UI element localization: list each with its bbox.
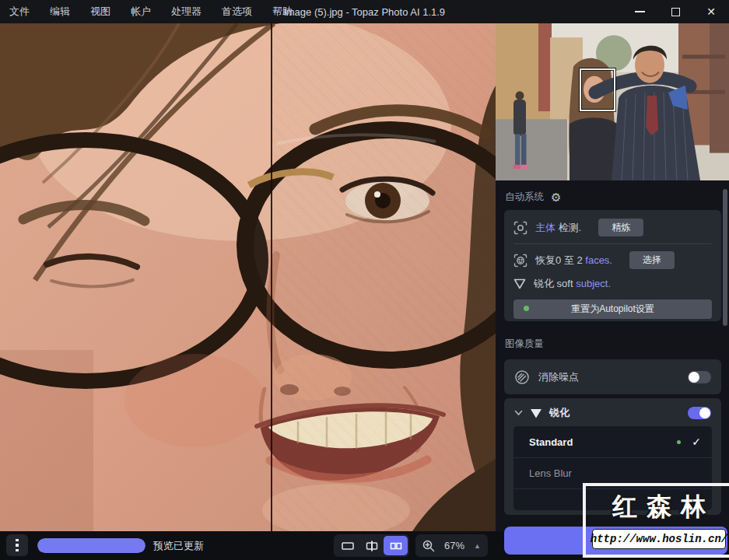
model-option-standard[interactable]: Standard ✓	[513, 426, 712, 457]
subject-detect-row: 主体 检测. 精炼	[513, 219, 712, 236]
menu-help[interactable]: 帮助	[272, 5, 293, 19]
sharpen-header-row: 锐化	[504, 398, 721, 425]
chevron-down-icon[interactable]	[514, 410, 523, 416]
face-detect-icon	[513, 254, 527, 268]
faces-link[interactable]: faces.	[585, 254, 612, 266]
faces-row: 恢复0 至 2 faces. 选择	[513, 251, 712, 269]
watermark-title: 红森林	[586, 490, 729, 524]
titlebar: 文件 编辑 视图 帐户 处理器 首选项 帮助 image (5).jpg - T…	[0, 0, 729, 23]
zoom-control[interactable]: 67% ▲	[415, 534, 488, 557]
status-dot-icon	[524, 306, 529, 311]
autopilot-card: 主体 检测. 精炼 恢复0 至 2 faces. 选择 锐化 soft subj…	[504, 210, 721, 321]
menubar: 文件 编辑 视图 帐户 处理器 首选项 帮助	[0, 5, 293, 19]
side-by-side-icon	[388, 540, 404, 552]
zoom-dropdown-icon[interactable]: ▲	[474, 542, 481, 550]
gear-icon[interactable]: ⚙	[551, 191, 561, 203]
denoise-label: 消除噪点	[538, 370, 679, 384]
watermark-box: 红森林 http://www.hoslin.cn/	[583, 483, 729, 558]
single-view-icon	[340, 540, 356, 552]
subject-link[interactable]: 主体	[535, 222, 556, 233]
minimize-icon	[635, 11, 645, 12]
zoom-level-value: 67%	[441, 540, 468, 551]
autopilot-header: 自动系统	[505, 191, 544, 204]
zoom-magnifier-icon	[422, 540, 435, 552]
denoise-card: 消除噪点	[504, 359, 721, 394]
toggle-knob	[689, 372, 699, 383]
menu-file[interactable]: 文件	[9, 5, 30, 19]
view-mode-group	[334, 534, 409, 557]
panel-scrollbar[interactable]	[723, 189, 727, 326]
sharpen-filled-icon	[530, 408, 542, 418]
compare-divider[interactable]	[271, 23, 272, 531]
sharpen-outline-icon	[513, 278, 526, 289]
denoise-toggle[interactable]	[688, 371, 711, 383]
sharpen-status-row: 锐化 soft subject.	[513, 277, 712, 291]
preview-canvas[interactable]	[0, 23, 496, 531]
reset-autopilot-button[interactable]: 重置为Autopilot设置	[513, 299, 712, 319]
split-view-icon	[364, 540, 380, 552]
divider	[513, 243, 712, 244]
toggle-knob	[699, 408, 710, 418]
status-text: 预览已更新	[153, 531, 204, 560]
refine-button[interactable]: 精炼	[598, 219, 643, 236]
sharpen-label: 锐化	[549, 406, 681, 420]
subject-detect-icon	[513, 221, 527, 235]
image-quality-header: 图像质量	[505, 338, 544, 351]
navigator-thumbnail[interactable]	[496, 23, 729, 180]
sharpen-toggle[interactable]	[688, 407, 711, 419]
app-window: 文件 编辑 视图 帐户 处理器 首选项 帮助 image (5).jpg - T…	[0, 0, 729, 560]
preview-photo	[0, 23, 496, 531]
maximize-icon	[671, 8, 680, 16]
view-single-button[interactable]	[335, 536, 359, 555]
subject-word-link[interactable]: subject.	[576, 278, 611, 289]
watermark-url: http://www.hoslin.cn/	[592, 529, 726, 549]
more-options-button[interactable]	[6, 534, 28, 556]
menu-view[interactable]: 视图	[90, 5, 110, 19]
minimize-button[interactable]	[622, 0, 657, 23]
kebab-icon	[16, 539, 19, 542]
preview-progress-bar	[37, 538, 145, 553]
close-button[interactable]: ✕	[693, 0, 729, 23]
window-controls: ✕	[622, 0, 729, 23]
preview-region-box[interactable]	[580, 68, 615, 111]
menu-account[interactable]: 帐户	[131, 5, 151, 19]
menu-edit[interactable]: 编辑	[50, 5, 70, 19]
subject-rest: 检测.	[556, 222, 581, 233]
select-button[interactable]: 选择	[629, 251, 675, 269]
active-dot-icon	[677, 440, 681, 444]
sharpen-lead: 锐化 soft	[534, 278, 576, 289]
denoise-icon	[514, 369, 530, 385]
close-icon: ✕	[706, 6, 716, 17]
menu-processor[interactable]: 处理器	[171, 5, 202, 19]
view-split-button[interactable]	[359, 536, 384, 555]
faces-lead: 恢复0 至 2	[535, 254, 585, 266]
settings-panel: 自动系统 ⚙ 主体 检测. 精炼 恢复0 至 2	[496, 23, 729, 531]
view-side-by-side-button[interactable]	[384, 536, 408, 555]
maximize-button[interactable]	[657, 0, 693, 23]
menu-preferences[interactable]: 首选项	[222, 5, 252, 19]
check-icon: ✓	[692, 436, 701, 448]
